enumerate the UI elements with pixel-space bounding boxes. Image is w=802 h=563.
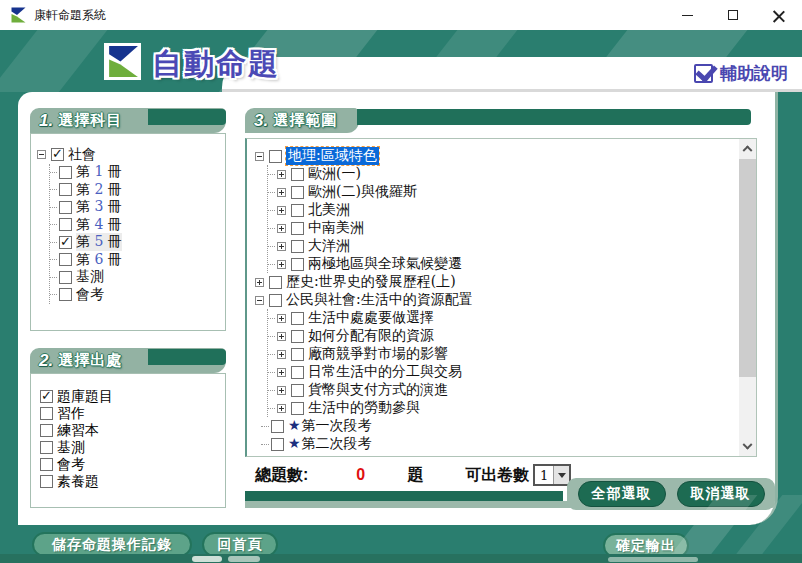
tree-item-vol6[interactable]: 第 6 冊 — [50, 251, 225, 269]
checkbox[interactable] — [51, 148, 64, 161]
tree-item[interactable]: 大洋洲 — [268, 237, 756, 255]
checkbox[interactable] — [59, 183, 72, 196]
tree-item[interactable]: 生活中的勞動參與 — [268, 399, 756, 417]
subject-tree-children: 第 1 冊 第 2 冊 第 3 冊 第 4 冊 第 5 冊 第 6 冊 基測 會… — [49, 164, 225, 304]
source-item[interactable]: 題庫題目 — [40, 388, 225, 405]
expander-plus-icon[interactable] — [277, 206, 286, 215]
civics-children: 生活中處處要做選擇 如何分配有限的資源 廠商競爭對市場的影響 日常生活中的分工與… — [267, 309, 756, 417]
checkbox[interactable] — [59, 166, 72, 179]
checkbox[interactable] — [59, 201, 72, 214]
minimize-button[interactable] — [664, 0, 710, 30]
tree-item[interactable]: 北美洲 — [268, 201, 756, 219]
checkbox[interactable] — [40, 458, 53, 471]
expander-minus-icon[interactable] — [255, 152, 264, 161]
checkbox[interactable] — [269, 294, 282, 307]
tree-item-vol2[interactable]: 第 2 冊 — [50, 181, 225, 199]
checkbox[interactable] — [271, 438, 284, 451]
checkbox[interactable] — [291, 312, 304, 325]
scrollbar-thumb[interactable] — [739, 159, 756, 377]
tree-item[interactable]: 歐洲(一) — [268, 165, 756, 183]
tree-item[interactable]: 中南美洲 — [268, 219, 756, 237]
checkbox[interactable] — [291, 168, 304, 181]
expander-minus-icon[interactable] — [255, 296, 264, 305]
checkbox[interactable] — [40, 424, 53, 437]
expander-plus-icon[interactable] — [277, 368, 286, 377]
tree-item[interactable]: 生活中處處要做選擇 — [268, 309, 756, 327]
checkbox[interactable] — [291, 222, 304, 235]
expander-plus-icon[interactable] — [277, 404, 286, 413]
checkbox[interactable] — [59, 236, 72, 249]
tree-item-vol4[interactable]: 第 4 冊 — [50, 216, 225, 234]
checkbox[interactable] — [291, 384, 304, 397]
source-item[interactable]: 會考 — [40, 456, 225, 473]
checkbox[interactable] — [291, 402, 304, 415]
source-item[interactable]: 練習本 — [40, 422, 225, 439]
expander-plus-icon[interactable] — [277, 332, 286, 341]
dropdown-arrow-icon[interactable] — [553, 466, 569, 484]
checkbox[interactable] — [59, 288, 72, 301]
checkbox[interactable] — [40, 441, 53, 454]
expander-plus-icon[interactable] — [255, 278, 264, 287]
expander-minus-icon[interactable] — [37, 150, 46, 159]
tree-item-vol5[interactable]: 第 5 冊 — [50, 234, 225, 252]
tree-item-label: 第 2 冊 — [76, 181, 122, 199]
checkbox[interactable] — [291, 348, 304, 361]
checkbox[interactable] — [59, 218, 72, 231]
close-button[interactable] — [756, 0, 802, 30]
expander-plus-icon[interactable] — [277, 188, 286, 197]
scrollbar-up-button[interactable] — [739, 139, 756, 156]
app-logo-icon — [9, 6, 27, 24]
tree-item-vol1[interactable]: 第 1 冊 — [50, 164, 225, 182]
checkbox[interactable] — [59, 253, 72, 266]
tree-item-jice[interactable]: 基測 — [50, 269, 225, 287]
expander-plus-icon[interactable] — [277, 350, 286, 359]
tree-item[interactable]: 日常生活中的分工與交易 — [268, 363, 756, 381]
checkbox[interactable] — [291, 366, 304, 379]
expander-plus-icon[interactable] — [277, 170, 286, 179]
tree-item[interactable]: 廠商競爭對市場的影響 — [268, 345, 756, 363]
checkbox[interactable] — [291, 258, 304, 271]
checkbox[interactable] — [291, 330, 304, 343]
papers-combobox[interactable]: 1 — [533, 464, 571, 486]
maximize-icon — [728, 10, 738, 20]
tree-item-society[interactable]: 社會 — [37, 146, 225, 164]
checkbox[interactable] — [59, 271, 72, 284]
tree-item[interactable]: 兩極地區與全球氣候變遷 — [268, 255, 756, 273]
scrollbar-down-button[interactable] — [739, 439, 756, 456]
tree-item-geography[interactable]: 地理:區域特色 — [255, 147, 756, 165]
tree-item-exam2[interactable]: ★第二次段考 — [255, 435, 756, 453]
checkbox[interactable] — [269, 276, 282, 289]
tree-item[interactable]: 貨幣與支付方式的演進 — [268, 381, 756, 399]
tree-item[interactable]: 歐洲(二)與俄羅斯 — [268, 183, 756, 201]
tree-item-civics[interactable]: 公民與社會:生活中的資源配置 — [255, 291, 756, 309]
range-panel-banner: 3. 選擇範圍 — [245, 108, 757, 133]
tree-item-huikao[interactable]: 會考 — [50, 286, 225, 304]
checkbox[interactable] — [40, 390, 53, 403]
source-panel-banner: 2. 選擇出處 — [30, 348, 226, 373]
total-label: 總題數: — [255, 465, 308, 486]
help-button[interactable]: 輔助說明 — [694, 62, 788, 85]
expander-plus-icon[interactable] — [277, 260, 286, 269]
checkbox[interactable] — [40, 407, 53, 420]
maximize-button[interactable] — [710, 0, 756, 30]
expander-plus-icon[interactable] — [277, 224, 286, 233]
source-item[interactable]: 習作 — [40, 405, 225, 422]
checkbox[interactable] — [40, 475, 53, 488]
source-item[interactable]: 素養題 — [40, 473, 225, 490]
source-item[interactable]: 基測 — [40, 439, 225, 456]
checkbox[interactable] — [291, 186, 304, 199]
tree-item[interactable]: 如何分配有限的資源 — [268, 327, 756, 345]
checkbox[interactable] — [271, 420, 284, 433]
select-all-button[interactable]: 全部選取 — [578, 481, 666, 507]
expander-plus-icon[interactable] — [277, 314, 286, 323]
tree-item-vol3[interactable]: 第 3 冊 — [50, 199, 225, 217]
tree-item-label: 大洋洲 — [308, 237, 350, 255]
expander-plus-icon[interactable] — [277, 242, 286, 251]
checkbox[interactable] — [291, 204, 304, 217]
checkbox[interactable] — [291, 240, 304, 253]
checkbox[interactable] — [269, 150, 282, 163]
tree-item-exam1[interactable]: ★第一次段考 — [255, 417, 756, 435]
expander-plus-icon[interactable] — [277, 386, 286, 395]
tree-item-history[interactable]: 歷史:世界史的發展歷程(上) — [255, 273, 756, 291]
vertical-scrollbar[interactable] — [739, 139, 756, 456]
